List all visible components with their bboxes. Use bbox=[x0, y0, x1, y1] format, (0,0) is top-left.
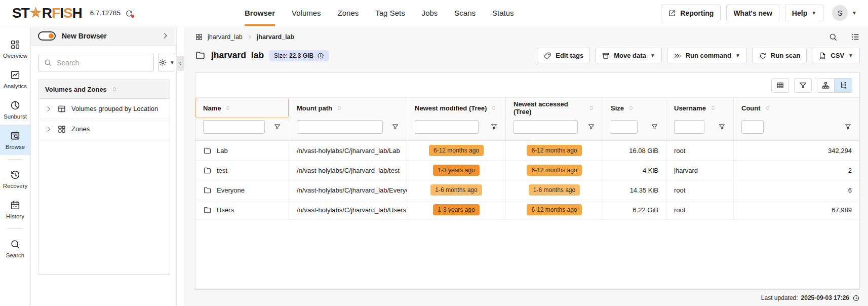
run-scan-label: Run scan bbox=[771, 52, 801, 59]
run-command-button[interactable]: Run command ▼ bbox=[667, 48, 747, 63]
breadcrumb-item[interactable]: jharvard_lab bbox=[208, 33, 243, 41]
table-row[interactable]: Users /n/vast-holylabs/C/jharvard_lab/Us… bbox=[195, 200, 859, 220]
filter-input-count[interactable] bbox=[741, 120, 764, 134]
column-header-username[interactable]: Username bbox=[666, 98, 734, 118]
sidebar-item-history[interactable]: History bbox=[0, 194, 30, 224]
sort-icon[interactable] bbox=[709, 104, 717, 111]
table-search-icon[interactable] bbox=[828, 32, 838, 42]
cell-mount-path: /n/vast-holylabs/C/jharvard_lab/test bbox=[289, 161, 407, 180]
column-settings-button[interactable] bbox=[771, 78, 789, 93]
nav-tab-zones[interactable]: Zones bbox=[338, 0, 359, 26]
csv-export-button[interactable]: CSV ▼ bbox=[812, 48, 860, 63]
caret-down-icon: ▼ bbox=[170, 60, 175, 65]
run-command-label: Run command bbox=[686, 52, 731, 59]
rail-label: Sunburst bbox=[4, 113, 27, 120]
funnel-icon[interactable] bbox=[839, 123, 852, 131]
panel-expand-button[interactable] bbox=[162, 32, 169, 40]
sort-icon[interactable] bbox=[627, 104, 635, 111]
edit-tags-button[interactable]: Edit tags bbox=[537, 48, 590, 63]
sort-icon[interactable] bbox=[336, 104, 343, 111]
funnel-icon[interactable] bbox=[485, 123, 498, 131]
user-menu[interactable]: S ▼ bbox=[832, 5, 857, 21]
cell-name[interactable]: Everyone bbox=[217, 186, 245, 194]
filter-input-accessed[interactable] bbox=[514, 120, 578, 134]
last-updated-label: Last updated: bbox=[761, 294, 798, 301]
filter-input-modified[interactable] bbox=[415, 120, 479, 134]
search-settings-button[interactable]: ▼ bbox=[158, 54, 175, 71]
nav-tab-tag-sets[interactable]: Tag Sets bbox=[375, 0, 405, 26]
table-footer: Last updated: 2025-09-03 17:26 bbox=[195, 290, 860, 306]
sidebar-item-overview[interactable]: Overview bbox=[0, 33, 30, 64]
chevron-right-icon[interactable] bbox=[45, 126, 52, 133]
sync-status-icon[interactable] bbox=[125, 9, 133, 17]
volumes-zones-header[interactable]: Volumes and Zones bbox=[38, 80, 170, 99]
tree-view-button[interactable] bbox=[835, 78, 852, 93]
clock-icon[interactable] bbox=[852, 294, 860, 302]
filter-input-name[interactable] bbox=[203, 120, 265, 134]
new-browser-toggle[interactable] bbox=[38, 31, 56, 41]
nav-tab-jobs[interactable]: Jobs bbox=[422, 0, 438, 26]
table-row[interactable]: test /n/vast-holylabs/C/jharvard_lab/tes… bbox=[195, 161, 859, 180]
columns-icon bbox=[776, 81, 784, 90]
refresh-icon bbox=[759, 52, 767, 60]
sort-icon[interactable] bbox=[224, 104, 231, 111]
view-options-icon[interactable] bbox=[851, 32, 860, 42]
move-data-label: Move data bbox=[614, 52, 646, 59]
tree-item-zones[interactable]: Zones bbox=[38, 119, 170, 139]
info-icon[interactable] bbox=[317, 52, 324, 59]
nav-tab-scans[interactable]: Scans bbox=[454, 0, 476, 26]
new-browser-header: New Browser bbox=[31, 26, 176, 46]
sidebar-item-browse[interactable]: Browse bbox=[0, 125, 30, 155]
sidebar-item-recovery[interactable]: Recovery bbox=[0, 164, 30, 194]
cell-size: 4 KiB bbox=[603, 161, 666, 180]
table-toolbar bbox=[195, 73, 859, 97]
nav-tab-status[interactable]: Status bbox=[492, 0, 514, 26]
panel-search-box[interactable] bbox=[38, 54, 154, 71]
funnel-icon[interactable] bbox=[386, 123, 399, 131]
column-header-newest-modified[interactable]: Newest modified (Tree) bbox=[407, 98, 506, 118]
reporting-button[interactable]: Reporting bbox=[661, 5, 721, 21]
sort-icon[interactable] bbox=[490, 104, 497, 111]
icon-rail: Overview Analytics Sunburst Browse Recov… bbox=[0, 26, 31, 306]
help-button[interactable]: Help ▼ bbox=[785, 5, 823, 21]
tree-item-volumes-grouped[interactable]: Volumes grouped by Location bbox=[38, 99, 170, 119]
funnel-icon[interactable] bbox=[582, 123, 595, 131]
filter-button[interactable] bbox=[794, 78, 812, 93]
column-header-size[interactable]: Size bbox=[603, 98, 666, 118]
breadcrumb-item-current[interactable]: jharvard_lab bbox=[257, 33, 294, 41]
cell-name[interactable]: Lab bbox=[217, 147, 228, 155]
table-row[interactable]: Everyone /n/vast-holylabs/C/jharvard_lab… bbox=[195, 180, 859, 200]
sidebar-item-sunburst[interactable]: Sunburst bbox=[0, 94, 30, 125]
caret-down-icon: ▼ bbox=[811, 11, 816, 16]
search-input[interactable] bbox=[57, 59, 148, 67]
chevron-right-icon[interactable] bbox=[45, 105, 52, 112]
column-header-name[interactable]: Name bbox=[195, 98, 289, 118]
whats-new-button[interactable]: What's new bbox=[726, 5, 779, 21]
funnel-icon[interactable] bbox=[646, 123, 658, 131]
column-header-newest-accessed[interactable]: Newest accessed (Tree) bbox=[506, 98, 603, 118]
column-header-mount-path[interactable]: Mount path bbox=[289, 98, 407, 118]
filter-input-size[interactable] bbox=[611, 120, 638, 134]
nav-tab-browser[interactable]: Browser bbox=[245, 0, 275, 26]
run-scan-button[interactable]: Run scan bbox=[752, 48, 807, 63]
cell-name[interactable]: test bbox=[217, 167, 227, 174]
collapse-panel-button[interactable]: ‹ bbox=[177, 56, 184, 71]
move-data-button[interactable]: Move data ▼ bbox=[595, 48, 661, 63]
funnel-icon[interactable] bbox=[713, 123, 726, 131]
tree-icon bbox=[839, 81, 848, 90]
sidebar-item-search[interactable]: Search bbox=[0, 233, 30, 263]
sidebar-item-analytics[interactable]: Analytics bbox=[0, 64, 30, 94]
cell-count: 67,989 bbox=[734, 200, 859, 219]
funnel-icon[interactable] bbox=[268, 123, 281, 131]
nav-tab-volumes[interactable]: Volumes bbox=[292, 0, 321, 26]
filter-input-username[interactable] bbox=[674, 120, 704, 134]
sort-icon[interactable] bbox=[764, 104, 771, 111]
logo-text: R bbox=[42, 6, 52, 20]
flat-view-button[interactable] bbox=[817, 78, 835, 93]
filter-input-mount-path[interactable] bbox=[297, 120, 383, 134]
sort-icon[interactable] bbox=[588, 104, 595, 111]
table-row[interactable]: Lab /n/vast-holylabs/C/jharvard_lab/Lab … bbox=[195, 141, 859, 161]
cell-name[interactable]: Users bbox=[217, 206, 234, 214]
column-header-count[interactable]: Count bbox=[734, 98, 859, 118]
avatar[interactable]: S bbox=[832, 5, 848, 21]
